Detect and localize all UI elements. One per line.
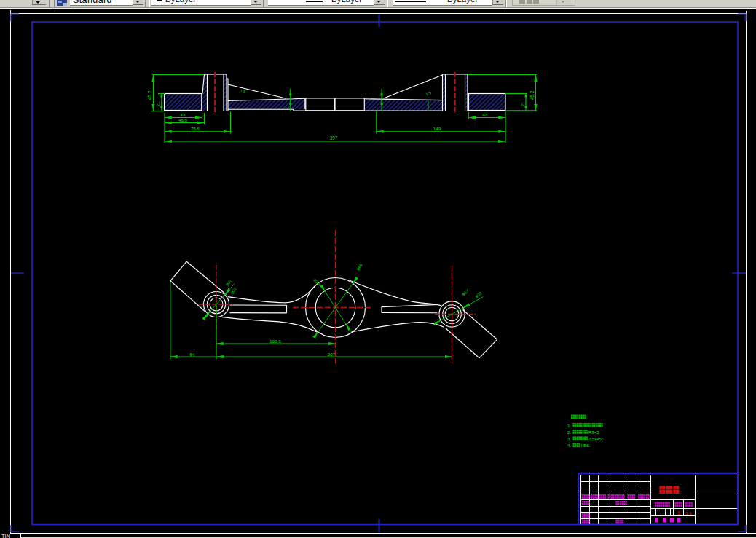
svg-text:4.: 4.	[567, 443, 571, 448]
svg-text:φ68: φ68	[355, 263, 363, 272]
svg-text:149: 149	[433, 126, 441, 131]
svg-text:φ38: φ38	[313, 277, 320, 286]
svg-text:43: 43	[181, 112, 186, 117]
svg-text:43: 43	[483, 112, 488, 117]
svg-text:45.2: 45.2	[147, 90, 152, 100]
svg-text:103.6: 103.6	[269, 339, 281, 344]
svg-text:φ32: φ32	[224, 279, 232, 287]
svg-text:R3~5:: R3~5:	[588, 430, 601, 435]
svg-text:1:5: 1:5	[240, 88, 246, 94]
svg-text:2.: 2.	[567, 430, 571, 435]
svg-text:1: 1	[677, 510, 680, 515]
svg-text:φ17: φ17	[461, 288, 469, 296]
svg-text:2.5x45°: 2.5x45°	[588, 437, 604, 441]
svg-text:21: 21	[521, 102, 525, 106]
svg-text:21: 21	[156, 102, 160, 106]
svg-text:207: 207	[328, 352, 336, 357]
svg-text:1.: 1.	[567, 423, 571, 428]
svg-text:64: 64	[190, 352, 195, 357]
svg-text:3.: 3.	[567, 436, 571, 441]
svg-text:HB5.: HB5.	[581, 443, 591, 448]
svg-text:75.6: 75.6	[191, 126, 200, 131]
svg-text:45.2: 45.2	[529, 90, 535, 100]
svg-text:46.5: 46.5	[178, 117, 188, 122]
svg-text:1:5: 1:5	[425, 90, 432, 97]
svg-text:1:1: 1:1	[685, 510, 692, 515]
svg-text:397: 397	[330, 135, 338, 141]
svg-text:φ28: φ28	[474, 290, 482, 298]
